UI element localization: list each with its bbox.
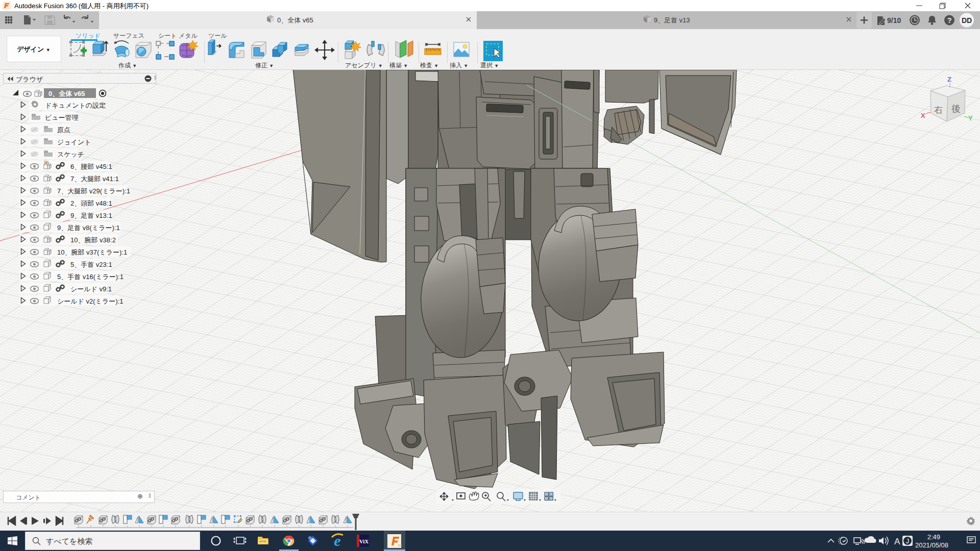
svg-text:9/10: 9/10	[887, 16, 901, 24]
svg-text:Y: Y	[968, 114, 973, 122]
svg-text:0、全体 v65: 0、全体 v65	[277, 16, 313, 24]
svg-text:後: 後	[951, 104, 961, 114]
svg-text:A: A	[894, 537, 900, 546]
svg-text:DD: DD	[962, 16, 972, 24]
svg-text:X: X	[921, 112, 925, 119]
svg-text:右: 右	[934, 105, 943, 115]
svg-text:Z: Z	[947, 76, 951, 83]
svg-text:J: J	[906, 538, 909, 545]
svg-text:360: 360	[398, 544, 402, 547]
svg-text:ViX: ViX	[359, 538, 369, 544]
svg-text:2021/05/08: 2021/05/08	[915, 541, 948, 549]
svg-text:?: ?	[947, 16, 951, 24]
svg-text:2:49: 2:49	[927, 533, 940, 541]
svg-text:9、足首 v13: 9、足首 v13	[654, 16, 690, 24]
